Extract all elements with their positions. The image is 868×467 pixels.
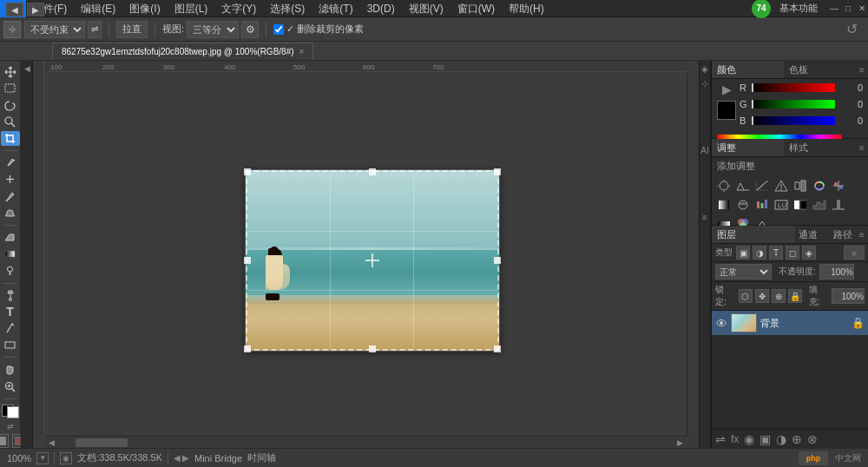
mini-adj-btn[interactable]: ⊹: [701, 79, 708, 89]
mini-layers-btn[interactable]: ≡: [702, 213, 707, 222]
brightness-adj-button[interactable]: [715, 177, 733, 194]
photofilter-adj-button[interactable]: [734, 196, 752, 214]
paths-tab[interactable]: 路径: [830, 226, 856, 243]
r-slider[interactable]: [752, 83, 835, 92]
bw-adj-button[interactable]: [715, 196, 733, 214]
layers-tab[interactable]: 图层: [712, 226, 795, 243]
zoom-options-button[interactable]: ▼: [36, 452, 49, 464]
history-next-button[interactable]: ▶: [27, 3, 44, 16]
swap-colors-button[interactable]: ⇌: [7, 422, 14, 431]
scrollbar-vertical[interactable]: [687, 73, 699, 436]
lock-artboard-button[interactable]: ⊕: [772, 289, 786, 303]
menu-select[interactable]: 选择(S): [263, 0, 312, 17]
quick-select-tool-button[interactable]: [1, 115, 20, 129]
link-layers-button[interactable]: ⇌: [715, 432, 726, 446]
styles-tab[interactable]: 样式: [784, 139, 856, 156]
close-button[interactable]: ✕: [856, 3, 868, 15]
curves-adj-button[interactable]: [753, 177, 771, 194]
minimize-button[interactable]: —: [828, 3, 840, 15]
lasso-tool-button[interactable]: [1, 98, 20, 113]
doc-info-button[interactable]: ◉: [60, 452, 72, 464]
fill-input[interactable]: [832, 288, 865, 304]
posterize-adj-button[interactable]: [811, 196, 828, 214]
adjustment-panel-menu-button[interactable]: ≡: [856, 139, 868, 156]
document-tab[interactable]: 86275e32gw1emztdsfofuj20c808twep.jpg @ 1…: [52, 43, 313, 60]
view-select[interactable]: 三等分: [187, 21, 239, 38]
select-rect-tool-button[interactable]: [1, 81, 20, 95]
view-settings-button[interactable]: ⚙: [241, 21, 259, 38]
workspace-label[interactable]: 基本功能: [779, 2, 818, 15]
crop-tool-button[interactable]: [1, 131, 20, 146]
new-layer-button[interactable]: ⊕: [792, 432, 802, 446]
history-panel-label[interactable]: 时间轴: [247, 451, 276, 464]
filter-toggle-button[interactable]: ○: [844, 246, 865, 260]
text-filter-button[interactable]: T: [769, 246, 783, 260]
invert-adj-button[interactable]: [792, 196, 809, 214]
scroll-left-button[interactable]: ◀: [45, 438, 58, 447]
maximize-button[interactable]: □: [842, 3, 854, 15]
mini-ai-btn[interactable]: AI: [700, 146, 708, 155]
adjustment-tab[interactable]: 调整: [712, 139, 784, 156]
menu-image[interactable]: 图像(I): [122, 0, 167, 17]
scrollbar-horizontal[interactable]: ◀ ▶: [45, 436, 687, 448]
channelmixer-adj-button[interactable]: [753, 196, 771, 214]
layers-panel-menu-button[interactable]: ≡: [856, 226, 868, 243]
vibrance-adj-button[interactable]: [792, 177, 809, 194]
foreground-swatch[interactable]: [717, 101, 736, 120]
b-slider[interactable]: [752, 116, 835, 125]
heal-tool-button[interactable]: [1, 172, 20, 187]
colorlookup-adj-button[interactable]: LUT: [773, 196, 790, 214]
channels-tab[interactable]: 通道: [795, 226, 830, 243]
path-select-tool-button[interactable]: [1, 321, 20, 336]
shape-tool-button[interactable]: [1, 338, 20, 352]
menu-edit[interactable]: 编辑(E): [74, 0, 122, 17]
color-forward-arrow[interactable]: ▶: [722, 82, 732, 96]
constraint-select[interactable]: 不受约束: [24, 21, 85, 38]
lock-pixels-button[interactable]: ⬡: [739, 289, 753, 303]
brush-tool-button[interactable]: [1, 189, 20, 204]
pixel-filter-button[interactable]: ▣: [736, 246, 750, 260]
blend-mode-select[interactable]: 正常: [715, 264, 772, 280]
shape-filter-button[interactable]: ◻: [786, 246, 799, 260]
menu-filter[interactable]: 滤镜(T): [312, 0, 359, 17]
tab-close-button[interactable]: ×: [299, 47, 305, 56]
bottom-right-arrow[interactable]: ▶: [182, 453, 189, 463]
swap-button[interactable]: ⇌: [88, 21, 102, 38]
colorbalance-adj-button[interactable]: [830, 177, 847, 194]
scroll-thumb-h[interactable]: [76, 438, 128, 447]
mini-bridge-label[interactable]: Mini Bridge: [194, 453, 242, 464]
swatches-tab[interactable]: 色板: [784, 61, 856, 78]
dodge-tool-button[interactable]: [1, 263, 20, 278]
standard-mode-button[interactable]: [0, 434, 9, 448]
bottom-left-arrow[interactable]: ◀: [174, 453, 181, 463]
color-tab[interactable]: 颜色: [712, 61, 784, 78]
reset-button[interactable]: ↺: [846, 21, 858, 37]
threshold-adj-button[interactable]: [830, 196, 847, 214]
layer-row[interactable]: 背景 🔒: [712, 311, 868, 335]
adjustment-filter-button[interactable]: ◑: [753, 246, 766, 260]
delete-layer-button[interactable]: ⊗: [807, 432, 818, 446]
menu-text[interactable]: 文字(Y): [214, 0, 263, 17]
gradient-tool-button[interactable]: [1, 247, 20, 261]
tool-preset-button[interactable]: ⊹: [3, 21, 21, 38]
create-group-button[interactable]: ▣: [760, 432, 771, 446]
foreground-color-swatch[interactable]: [2, 405, 19, 418]
menu-view[interactable]: 视图(V): [402, 0, 450, 17]
hsl-adj-button[interactable]: [811, 177, 828, 194]
add-mask-button[interactable]: ◉: [744, 432, 754, 446]
color-panel-menu-button[interactable]: ≡: [856, 61, 868, 78]
smartobj-filter-button[interactable]: ◈: [802, 246, 816, 260]
add-style-button[interactable]: fx: [731, 433, 739, 445]
pen-tool-button[interactable]: [1, 287, 20, 302]
layer-visibility-toggle[interactable]: [715, 317, 727, 329]
menu-help[interactable]: 帮助(H): [502, 0, 551, 17]
mini-color-btn[interactable]: ◈: [701, 64, 708, 74]
lock-all-button[interactable]: 🔒: [788, 289, 802, 303]
menu-layer[interactable]: 图层(L): [168, 0, 215, 17]
scroll-right-button[interactable]: ▶: [674, 438, 687, 447]
menu-3d[interactable]: 3D(D): [360, 0, 402, 17]
eyedropper-tool-button[interactable]: [1, 155, 20, 170]
straighten-button[interactable]: 拉直: [116, 21, 148, 38]
mini-toolbar-btn-1[interactable]: ◀: [23, 64, 31, 73]
g-slider[interactable]: [752, 100, 835, 109]
